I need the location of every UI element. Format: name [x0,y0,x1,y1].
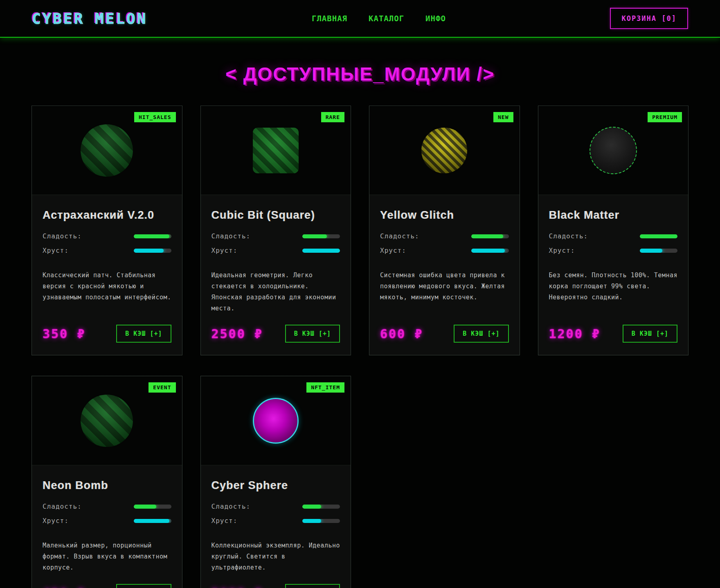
site-header: CYBER MELON ГЛАВНАЯ КАТАЛОГ ИНФО КОРЗИНА… [0,0,720,38]
sweetness-bar-fill [302,234,327,238]
add-to-cart-button[interactable]: В КЭШ [+] [285,584,340,588]
product-card: PREMIUM Black Matter Сладость: Хруст: Бе… [538,105,689,355]
product-card-footer: 600 ₽ В КЭШ [+] [380,314,509,343]
product-badge: NEW [493,112,513,122]
crunch-stat-row: Хруст: [43,517,171,525]
crunch-label: Хруст: [212,247,238,254]
crunch-label: Хруст: [380,247,406,254]
product-card-body: Cubic Bit (Square) Сладость: Хруст: Идеа… [201,195,351,355]
crunch-stat-row: Хруст: [43,247,171,254]
product-image-area: NEW [369,106,520,195]
crunch-bar [134,519,171,523]
sweetness-bar-fill [134,234,169,238]
sweetness-bar-fill [134,505,156,509]
sweetness-label: Сладость: [212,503,251,510]
sweetness-stat-row: Сладость: [212,503,340,510]
product-card-body: Black Matter Сладость: Хруст: Без семян.… [538,195,688,355]
product-image [81,395,133,447]
main-nav: ГЛАВНАЯ КАТАЛОГ ИНФО [147,14,610,23]
crunch-bar [471,249,509,253]
product-badge: RARE [321,112,344,122]
sweetness-bar-fill [640,234,677,238]
sweetness-label: Сладость: [380,232,419,240]
crunch-bar [134,249,171,253]
crunch-label: Хруст: [212,517,238,525]
product-title: Cubic Bit (Square) [212,209,340,222]
product-card-body: Neon Bomb Сладость: Хруст: Маленький раз… [32,465,182,588]
sweetness-label: Сладость: [43,503,82,510]
product-price: 1200 ₽ [549,327,601,341]
product-title: Yellow Glitch [380,209,509,222]
sweetness-bar-fill [302,505,321,509]
add-to-cart-button[interactable]: В КЭШ [+] [285,325,340,343]
crunch-stat-row: Хруст: [380,247,509,254]
product-card-footer: 350 ₽ В КЭШ [+] [43,314,171,343]
product-card: HIT_SALES Астраханский V.2.0 Сладость: Х… [32,105,182,355]
crunch-bar-fill [134,249,164,253]
sweetness-label: Сладость: [43,232,82,240]
add-to-cart-button[interactable]: В КЭШ [+] [623,325,677,343]
sweetness-bar [471,234,509,238]
sweetness-label: Сладость: [549,232,588,240]
product-image-area: EVENT [32,376,182,465]
product-badge: HIT_SALES [134,112,176,122]
product-description: Маленький размер, порционный формат. Взр… [43,540,171,573]
crunch-stat-row: Хруст: [212,517,340,525]
product-price: 2500 ₽ [212,327,263,341]
product-description: Идеальная геометрия. Легко стекается в х… [212,270,340,314]
product-badge: PREMIUM [648,112,682,122]
crunch-bar [302,519,340,523]
product-image-area: PREMIUM [538,106,688,195]
product-price: 350 ₽ [43,327,86,341]
product-image-area: HIT_SALES [32,106,182,195]
nav-link-home[interactable]: ГЛАВНАЯ [312,14,347,23]
crunch-bar-fill [302,519,321,523]
sweetness-bar [302,234,340,238]
product-card: EVENT Neon Bomb Сладость: Хруст: Маленьк… [32,376,182,588]
add-to-cart-button[interactable]: В КЭШ [+] [116,325,171,343]
crunch-stat-row: Хруст: [212,247,340,254]
sweetness-stat-row: Сладость: [549,232,678,240]
product-card-body: Астраханский V.2.0 Сладость: Хруст: Клас… [32,195,182,355]
crunch-stat-row: Хруст: [549,247,678,254]
product-badge: EVENT [148,382,176,393]
add-to-cart-button[interactable]: В КЭШ [+] [454,325,509,343]
product-description: Без семян. Плотность 100%. Темная корка … [549,270,678,303]
product-title: Cyber Sphere [212,479,340,492]
product-description: Системная ошибка цвета привела к появлен… [380,270,509,303]
crunch-bar-fill [302,249,340,253]
crunch-bar-fill [471,249,505,253]
sweetness-stat-row: Сладость: [380,232,509,240]
product-badge: NFT_ITEM [306,382,344,393]
product-image [253,398,299,444]
product-title: Neon Bomb [43,479,171,492]
product-card-footer: 2500 ₽ В КЭШ [+] [212,314,340,343]
product-image [590,127,637,174]
product-description: Коллекционный экземпляр. Идеально круглы… [212,540,340,573]
product-image [253,128,299,173]
product-title: Black Matter [549,209,678,222]
crunch-bar-fill [640,249,662,253]
nav-link-info[interactable]: ИНФО [425,14,446,23]
crunch-label: Хруст: [549,247,575,254]
product-price: 5000 ₽ [212,586,263,588]
add-to-cart-button[interactable]: В КЭШ [+] [116,584,171,588]
sweetness-bar-fill [471,234,503,238]
sweetness-bar [640,234,677,238]
product-title: Астраханский V.2.0 [43,209,171,222]
product-card-body: Cyber Sphere Сладость: Хруст: Коллекцион… [201,465,351,588]
product-card-footer: 450 ₽ В КЭШ [+] [43,573,171,588]
product-grid: HIT_SALES Астраханский V.2.0 Сладость: Х… [32,105,688,588]
cart-button[interactable]: КОРЗИНА [0] [610,8,688,29]
product-description: Классический патч. Стабильная версия с к… [43,270,171,303]
product-image [421,128,467,173]
crunch-label: Хруст: [43,517,69,525]
product-image-area: RARE [201,106,351,195]
sweetness-bar [302,505,340,509]
nav-link-catalog[interactable]: КАТАЛОГ [369,14,404,23]
product-image-area: NFT_ITEM [201,376,351,465]
product-image [81,124,133,177]
product-card-footer: 1200 ₽ В КЭШ [+] [549,314,678,343]
product-card: NEW Yellow Glitch Сладость: Хруст: Систе… [369,105,520,355]
page-title: < ДОСТУПНЫЕ_МОДУЛИ /> [0,63,720,85]
